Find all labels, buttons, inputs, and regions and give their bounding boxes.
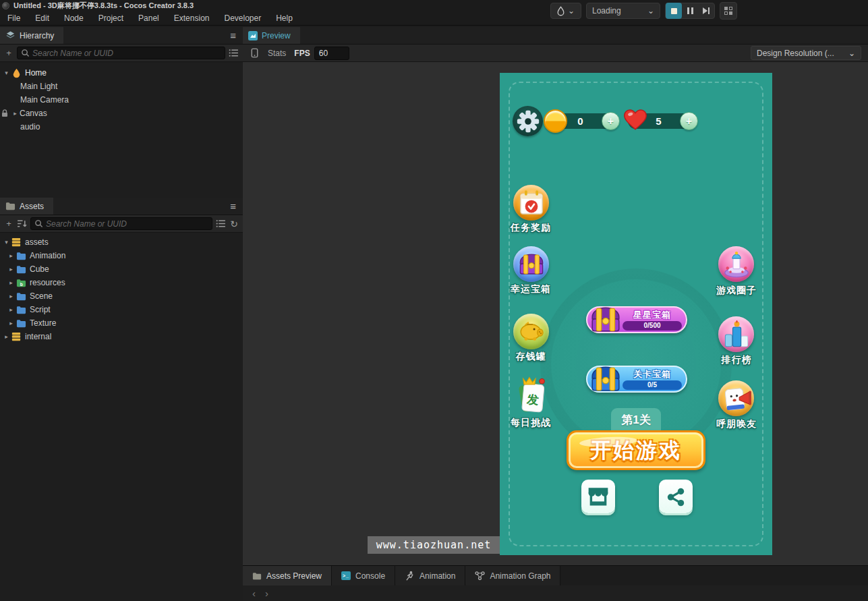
tree-node-script[interactable]: ▸ Script — [0, 303, 243, 316]
tree-node-audio[interactable]: audio — [0, 120, 243, 134]
game-canvas[interactable]: 0 + 5 + 任务奖励 幸运宝箱 存钱罐 每日挑战 游戏圈子 — [500, 73, 772, 555]
tree-node-main-light[interactable]: Main Light — [0, 80, 243, 93]
add-lives-button[interactable]: + — [680, 112, 698, 130]
tree-node-internal[interactable]: ▸ internal — [0, 330, 243, 343]
watermark: www.tiaozhuan.net — [368, 536, 500, 554]
menu-help[interactable]: Help — [268, 13, 300, 23]
chevron-right-icon[interactable]: ▸ — [2, 333, 11, 340]
menu-edit[interactable]: Edit — [28, 13, 57, 23]
refresh-icon[interactable]: ↻ — [229, 219, 239, 229]
chevron-right-icon[interactable]: ▸ — [7, 306, 16, 313]
assets-search-input[interactable] — [46, 219, 208, 229]
assets-menu-icon[interactable]: ≡ — [230, 201, 243, 211]
tree-node-cube[interactable]: ▸ Cube — [0, 262, 243, 276]
share-button[interactable] — [659, 480, 693, 513]
menu-extension[interactable]: Extension — [167, 13, 217, 23]
leaderboard-button[interactable] — [718, 316, 754, 352]
game-circle-button[interactable] — [718, 246, 754, 282]
coin-icon — [544, 109, 567, 133]
chevron-right-icon[interactable]: ▸ — [7, 266, 16, 273]
hierarchy-header: Hierarchy ≡ — [0, 27, 243, 45]
fps-input[interactable] — [314, 47, 349, 60]
level-indicator: 第1关 — [611, 408, 661, 431]
stats-toggle[interactable]: Stats — [268, 49, 286, 58]
tab-assets[interactable]: Assets — [0, 198, 53, 214]
layout-grid-icon — [724, 7, 732, 15]
daily-challenge-button[interactable] — [513, 376, 550, 416]
layout-button[interactable] — [720, 2, 737, 20]
scene-select[interactable]: Loading ⌄ — [586, 3, 660, 19]
menu-project[interactable]: Project — [91, 13, 131, 23]
tree-node-home[interactable]: ▾ Home — [0, 66, 243, 80]
tree-node-animation[interactable]: ▸ Animation — [0, 249, 243, 262]
platform-dropdown[interactable]: ⌄ — [550, 3, 581, 19]
preview-header: Preview — [243, 27, 868, 45]
level-chest-icon — [589, 364, 623, 395]
scene-droplet-icon — [11, 67, 22, 78]
hierarchy-toolbar: + — [0, 45, 243, 62]
chevron-right-icon[interactable]: ▸ — [7, 279, 16, 286]
add-coins-button[interactable]: + — [602, 112, 620, 130]
app-logo-icon — [2, 2, 9, 9]
gear-icon — [517, 110, 540, 133]
star-chest-progress: 0/500 — [623, 321, 682, 331]
castle-icon — [723, 251, 750, 278]
back-button[interactable]: ‹ — [252, 588, 256, 599]
settings-button[interactable] — [513, 106, 543, 136]
folder-bundle-icon — [16, 277, 26, 288]
chevron-right-icon[interactable]: ▸ — [7, 320, 16, 326]
tab-animation-graph[interactable]: Animation Graph — [465, 566, 560, 585]
tab-animation[interactable]: Animation — [395, 566, 465, 585]
tree-node-texture[interactable]: ▸ Texture — [0, 316, 243, 330]
hierarchy-search-input[interactable] — [32, 49, 221, 58]
assets-searchbox[interactable] — [30, 217, 212, 230]
star-chest-button[interactable]: 星星宝箱 0/500 — [586, 306, 687, 333]
megaphone-character-icon — [721, 384, 752, 413]
tree-node-scene[interactable]: ▸ Scene — [0, 289, 243, 303]
step-button[interactable] — [698, 3, 714, 19]
sort-icon[interactable] — [17, 219, 27, 228]
start-game-button[interactable]: 开始游戏 — [567, 430, 705, 470]
droplet-icon — [557, 6, 565, 16]
filter-icon[interactable] — [229, 49, 239, 57]
tree-node-canvas[interactable]: ▸ Canvas — [0, 107, 243, 120]
menu-node[interactable]: Node — [57, 13, 91, 23]
menu-file[interactable]: File — [0, 13, 28, 23]
menu-panel[interactable]: Panel — [131, 13, 167, 23]
menu-developer[interactable]: Developer — [216, 13, 268, 23]
assets-toolbar: + ↻ — [0, 215, 243, 233]
invite-friends-label: 呼朋唤友 — [699, 418, 772, 430]
tab-preview[interactable]: Preview — [243, 27, 300, 44]
hierarchy-searchbox[interactable] — [17, 47, 225, 59]
folder-icon — [16, 250, 26, 261]
tree-node-main-camera[interactable]: Main Camera — [0, 93, 243, 107]
stop-button[interactable] — [666, 3, 682, 19]
invite-friends-button[interactable] — [718, 380, 754, 416]
chevron-right-icon[interactable]: ▸ — [11, 110, 20, 117]
create-asset-icon[interactable]: + — [4, 219, 13, 228]
hierarchy-menu-icon[interactable]: ≡ — [230, 30, 243, 40]
tab-assets-preview[interactable]: Assets Preview — [243, 566, 332, 585]
piggy-bank-button[interactable] — [513, 314, 549, 349]
lucky-chest-button[interactable] — [513, 246, 549, 282]
create-node-icon[interactable]: + — [4, 49, 13, 57]
chevron-down-icon[interactable]: ▾ — [2, 69, 11, 76]
pause-icon — [687, 7, 693, 14]
filter-icon[interactable] — [216, 219, 226, 228]
tree-node-assets[interactable]: ▾ assets — [0, 235, 243, 249]
chevron-right-icon[interactable]: ▸ — [7, 252, 16, 259]
chevron-down-icon[interactable]: ▾ — [2, 239, 11, 246]
design-resolution-dropdown[interactable]: Design Resolution (... ⌄ — [751, 46, 861, 60]
database-icon — [11, 237, 22, 248]
forward-button[interactable]: › — [265, 588, 268, 599]
tab-hierarchy[interactable]: Hierarchy — [0, 27, 63, 44]
pause-button[interactable] — [682, 3, 698, 19]
shop-button[interactable] — [581, 480, 615, 513]
task-rewards-button[interactable] — [513, 185, 549, 221]
tree-node-resources[interactable]: ▸ resources — [0, 276, 243, 289]
device-icon[interactable] — [250, 48, 260, 58]
tab-console[interactable]: >_ Console — [332, 566, 395, 585]
chevron-right-icon[interactable]: ▸ — [7, 293, 16, 299]
star-chest-label: 星星宝箱 — [621, 309, 683, 321]
level-chest-button[interactable]: 关卡宝箱 0/5 — [586, 366, 687, 393]
